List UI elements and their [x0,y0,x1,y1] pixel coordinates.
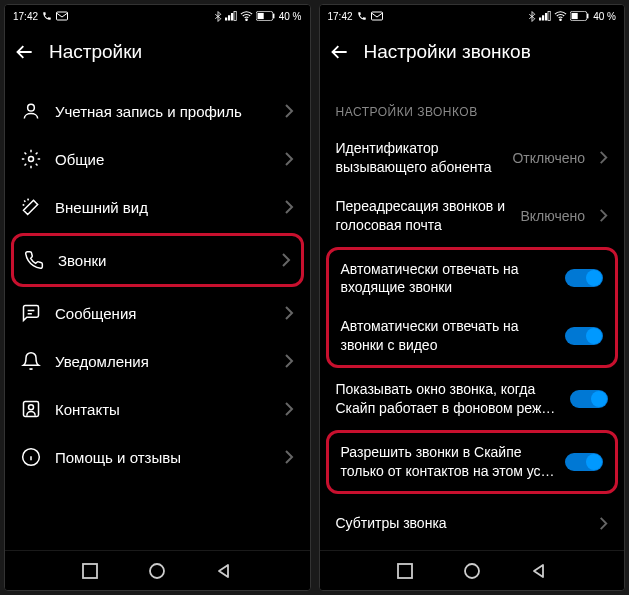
svg-rect-14 [83,564,97,578]
item-label: Внешний вид [55,199,270,216]
status-bar: 17:42 40 % [320,5,625,27]
signal-icon [225,11,237,21]
bluetooth-icon [214,11,222,22]
gear-icon [21,149,41,169]
toggle-on[interactable] [565,453,603,471]
item-label: Помощь и отзывы [55,449,270,466]
item-help[interactable]: Помощь и отзывы [5,433,310,481]
chevron-right-icon [284,306,294,320]
item-label: Звонки [58,252,267,269]
svg-rect-25 [398,564,412,578]
chevron-right-icon [284,152,294,166]
item-label: Общие [55,151,270,168]
highlight-auto-answer: Автоматически отвечать на входящие звонк… [326,247,619,369]
setting-label: Субтитры звонка [336,514,590,533]
setting-label: Переадресация звонков и голосовая почта [336,197,511,235]
item-contacts[interactable]: Контакты [5,385,310,433]
svg-rect-11 [24,402,39,417]
back-icon[interactable] [15,42,35,62]
phone-icon [24,250,44,270]
chevron-right-icon [284,450,294,464]
row-auto-answer[interactable]: Автоматически отвечать на входящие звонк… [329,250,616,308]
row-forwarding[interactable]: Переадресация звонков и голосовая почта … [320,187,625,245]
nav-back[interactable] [216,563,232,579]
info-icon [21,447,41,467]
item-general[interactable]: Общие [5,135,310,183]
item-label: Сообщения [55,305,270,322]
item-label: Контакты [55,401,270,418]
toggle-on[interactable] [565,327,603,345]
svg-rect-8 [257,13,263,19]
item-label: Уведомления [55,353,270,370]
battery-text: 40 % [279,11,302,22]
highlight-contacts-only: Разрешить звонки в Скайпе только от конт… [326,430,619,494]
setting-label: Идентификатор вызывающего абонента [336,139,503,177]
chevron-right-icon [599,209,608,222]
svg-rect-2 [228,15,230,20]
setting-label: Автоматически отвечать на звонки с видео [341,317,556,355]
page-title: Настройки звонков [364,41,531,63]
row-contacts-only[interactable]: Разрешить звонки в Скайпе только от конт… [329,433,616,491]
mail-icon [56,11,68,21]
battery-icon [570,11,590,21]
item-appearance[interactable]: Внешний вид [5,183,310,231]
toggle-on[interactable] [565,269,603,287]
row-auto-answer-video[interactable]: Автоматически отвечать на звонки с видео [329,307,616,365]
setting-label: Автоматически отвечать на входящие звонк… [341,260,556,298]
status-time: 17:42 [13,11,38,22]
svg-rect-20 [548,12,550,21]
chevron-right-icon [284,354,294,368]
svg-rect-16 [371,12,382,20]
signal-icon [539,11,551,21]
svg-rect-7 [273,14,275,19]
svg-point-12 [29,405,34,410]
android-nav [320,550,625,590]
setting-label: Показывать окно звонка, когда Скайп рабо… [336,380,561,418]
svg-rect-4 [234,12,236,21]
item-notifications[interactable]: Уведомления [5,337,310,385]
svg-rect-18 [542,15,544,20]
row-show-window[interactable]: Показывать окно звонка, когда Скайп рабо… [320,370,625,428]
chevron-right-icon [284,104,294,118]
svg-rect-23 [587,14,589,19]
setting-label: Разрешить звонки в Скайпе только от конт… [341,443,556,481]
toggle-on[interactable] [570,390,608,408]
nav-back[interactable] [531,563,547,579]
nav-recent[interactable] [82,563,98,579]
row-subtitles[interactable]: Субтитры звонка [320,496,625,550]
status-time: 17:42 [328,11,353,22]
wifi-icon [240,11,253,21]
setting-value: Отключено [512,150,585,166]
chevron-right-icon [284,200,294,214]
bell-icon [21,351,41,371]
chevron-right-icon [281,253,291,267]
user-icon [21,101,41,121]
mail-icon [371,11,383,21]
item-label: Учетная запись и профиль [55,103,270,120]
section-header: НАСТРОЙКИ ЗВОНКОВ [320,87,625,129]
phone-left: 17:42 40 % Настройки Учетная запись и пр… [4,4,311,591]
nav-recent[interactable] [397,563,413,579]
nav-home[interactable] [463,562,481,580]
nav-home[interactable] [148,562,166,580]
status-bar: 17:42 40 % [5,5,310,27]
svg-point-26 [465,564,479,578]
item-account[interactable]: Учетная запись и профиль [5,87,310,135]
svg-point-15 [150,564,164,578]
phone-icon [42,11,52,21]
wifi-icon [554,11,567,21]
item-messages[interactable]: Сообщения [5,289,310,337]
header: Настройки [5,27,310,77]
svg-point-5 [245,19,247,21]
call-settings: НАСТРОЙКИ ЗВОНКОВ Идентификатор вызывающ… [320,77,625,550]
settings-list: Учетная запись и профиль Общие Внешний в… [5,77,310,550]
row-caller-id[interactable]: Идентификатор вызывающего абонента Отклю… [320,129,625,187]
svg-rect-17 [539,18,541,21]
page-title: Настройки [49,41,142,63]
phone-icon [357,11,367,21]
back-icon[interactable] [330,42,350,62]
item-calls[interactable]: Звонки [11,233,304,287]
android-nav [5,550,310,590]
svg-rect-3 [231,13,233,21]
svg-rect-24 [572,13,578,19]
